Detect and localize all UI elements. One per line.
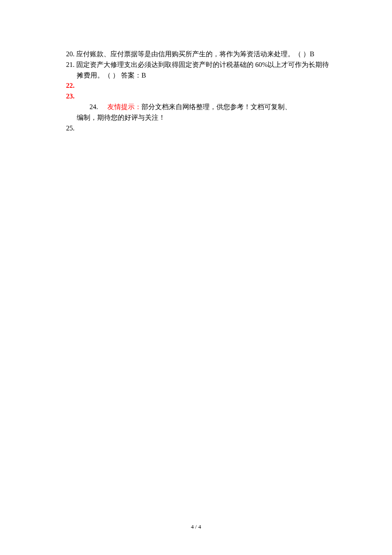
question-21-line2: 摊费用。（ ） 答案：B <box>66 70 337 81</box>
question-24-number: 24. <box>66 103 98 110</box>
question-23-number: 23. <box>66 91 337 102</box>
document-page: 20. 应付账款、应付票据等是由信用购买所产生的，将作为筹资活动来处理。（ ）B… <box>0 0 392 133</box>
question-21-number: 21. <box>66 60 75 70</box>
tip-text-line2: 编制，期待您的好评与关注！ <box>66 113 337 123</box>
tip-label: 友情提示： <box>107 103 141 110</box>
question-22-number: 22. <box>66 81 337 91</box>
question-21: 21. 固定资产大修理支出必须达到取得固定资产时的计税基础的 60%以上才可作为… <box>66 60 337 70</box>
question-24: 24. 友情提示：部分文档来自网络整理，供您参考！文档可复制、 编制，期待您的好… <box>66 102 337 123</box>
question-25-number: 25. <box>66 123 337 134</box>
question-20-number: 20. <box>66 49 75 60</box>
question-20: 20. 应付账款、应付票据等是由信用购买所产生的，将作为筹资活动来处理。（ ）B <box>66 49 337 60</box>
page-footer: 4 / 4 <box>0 523 392 530</box>
question-20-text: 应付账款、应付票据等是由信用购买所产生的，将作为筹资活动来处理。（ ）B <box>75 49 314 60</box>
tip-text-line1: 部分文档来自网络整理，供您参考！文档可复制、 <box>141 103 291 110</box>
question-21-line1: 固定资产大修理支出必须达到取得固定资产时的计税基础的 60%以上才可作为长期待 <box>75 60 329 70</box>
